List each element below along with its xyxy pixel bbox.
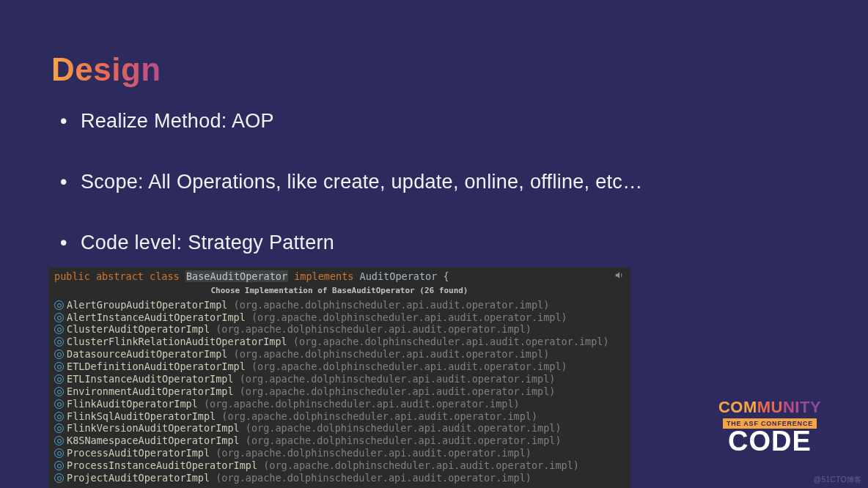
implementation-item[interactable]: FlinkAuditOperatorImpl (org.apache.dolph… <box>54 398 625 410</box>
implementation-class-name: EnvironmentAuditOperatorImpl <box>67 385 234 397</box>
implementation-class-name: ETLInstanceAuditOperatorImpl <box>67 373 234 385</box>
implementation-item[interactable]: AlertGroupAuditOperatorImpl (org.apache.… <box>54 299 625 311</box>
class-icon <box>54 387 64 396</box>
implementation-class-name: AlertGroupAuditOperatorImpl <box>67 299 227 311</box>
implementation-class-name: ProcessInstanceAuditOperatorImpl <box>67 459 257 471</box>
implementation-item[interactable]: FlinkVersionAuditOperatorImpl (org.apach… <box>54 422 625 435</box>
keyword-implements: implements <box>294 270 353 282</box>
slide-root: Design Realize Method: AOP Scope: All Op… <box>0 0 868 488</box>
implementation-package: (org.apache.dolphinscheduler.api.audit.o… <box>246 311 567 323</box>
class-icon <box>54 424 64 433</box>
implementation-item[interactable]: ClusterAuditOperatorImpl (org.apache.dol… <box>54 323 625 336</box>
interface-name: AuditOperator <box>360 270 438 282</box>
implementation-package: (org.apache.dolphinscheduler.api.audit.o… <box>234 385 556 397</box>
implementation-class-name: FlinkVersionAuditOperatorImpl <box>67 422 240 434</box>
class-icon <box>54 313 64 322</box>
implementations-list: AlertGroupAuditOperatorImpl (org.apache.… <box>54 299 625 484</box>
implementation-package: (org.apache.dolphinscheduler.api.audit.o… <box>246 361 567 372</box>
implementation-class-name: ProjectAuditOperatorImpl <box>67 472 210 484</box>
keyword-class: class <box>150 270 180 282</box>
bullet-item: Realize Method: AOP <box>60 110 817 133</box>
implementation-item[interactable]: ProcessInstanceAuditOperatorImpl (org.ap… <box>54 459 625 472</box>
bullet-list: Realize Method: AOP Scope: All Operation… <box>60 110 817 254</box>
implementation-item[interactable]: EnvironmentAuditOperatorImpl (org.apache… <box>54 385 625 398</box>
class-icon <box>54 337 64 347</box>
conference-logo: COMMUNITY THE ASF CONFERENCE CODE <box>711 399 828 454</box>
implementation-item[interactable]: ProjectAuditOperatorImpl (org.apache.dol… <box>54 472 625 484</box>
implementation-item[interactable]: DatasourceAuditOperatorImpl (org.apache.… <box>54 348 625 361</box>
implementation-package: (org.apache.dolphinscheduler.api.audit.o… <box>210 472 532 484</box>
code-screenshot: public abstract class BaseAuditOperator … <box>48 267 630 488</box>
implementation-item[interactable]: ProcessAuditOperatorImpl (org.apache.dol… <box>54 447 625 459</box>
implementation-package: (org.apache.dolphinscheduler.api.audit.o… <box>227 299 549 311</box>
implementation-item[interactable]: FlinkSqlAuditOperatorImpl (org.apache.do… <box>54 410 625 423</box>
class-icon <box>54 300 64 310</box>
implementation-class-name: ETLDefinitionAuditOperatorImpl <box>67 361 246 372</box>
implementation-package: (org.apache.dolphinscheduler.api.audit.o… <box>210 323 532 335</box>
keyword-public: public <box>54 270 90 282</box>
implementation-package: (org.apache.dolphinscheduler.api.audit.o… <box>240 422 562 434</box>
watermark: @51CTO博客 <box>814 475 862 485</box>
implementation-item[interactable]: K8SNamespaceAuditOperatorImpl (org.apach… <box>54 435 625 447</box>
logo-code-text: CODE <box>711 428 828 454</box>
implementation-class-name: ClusterAuditOperatorImpl <box>67 323 210 335</box>
bullet-item: Scope: All Operations, like create, upda… <box>60 171 817 193</box>
class-name: BaseAuditOperator <box>185 270 288 282</box>
implementation-package: (org.apache.dolphinscheduler.api.audit.o… <box>240 435 562 446</box>
bullet-item: Code level: Strategy Pattern <box>60 232 817 254</box>
implementation-package: (org.apache.dolphinscheduler.api.audit.o… <box>257 459 579 471</box>
class-icon <box>54 461 64 470</box>
implementation-package: (org.apache.dolphinscheduler.api.audit.o… <box>210 447 532 459</box>
implementations-popup-title: Choose Implementation of BaseAuditOperat… <box>54 286 625 296</box>
slide-title: Design <box>51 51 161 88</box>
implementation-package: (org.apache.dolphinscheduler.api.audit.o… <box>287 336 609 347</box>
class-icon <box>54 374 64 384</box>
implementation-item[interactable]: ClusterFlinkRelationAuditOperatorImpl (o… <box>54 336 625 348</box>
class-icon <box>54 325 64 334</box>
logo-community-text: COMMUNITY <box>711 399 828 415</box>
implementation-class-name: ClusterFlinkRelationAuditOperatorImpl <box>67 336 287 347</box>
class-declaration: public abstract class BaseAuditOperator … <box>54 270 625 283</box>
open-brace: { <box>443 270 449 282</box>
implementation-package: (org.apache.dolphinscheduler.api.audit.o… <box>198 398 520 410</box>
implementation-package: (org.apache.dolphinscheduler.api.audit.o… <box>216 410 537 422</box>
implementation-package: (org.apache.dolphinscheduler.api.audit.o… <box>234 373 556 385</box>
speaker-icon <box>613 270 625 280</box>
implementation-class-name: FlinkAuditOperatorImpl <box>67 398 198 410</box>
keyword-abstract: abstract <box>96 270 144 282</box>
implementation-item[interactable]: ETLDefinitionAuditOperatorImpl (org.apac… <box>54 361 625 373</box>
class-icon <box>54 436 64 446</box>
implementation-class-name: K8SNamespaceAuditOperatorImpl <box>67 435 240 446</box>
implementation-package: (org.apache.dolphinscheduler.api.audit.o… <box>227 348 549 360</box>
class-icon <box>54 448 64 458</box>
class-icon <box>54 399 64 409</box>
implementation-item[interactable]: AlertInstanceAuditOperatorImpl (org.apac… <box>54 311 625 324</box>
implementation-class-name: FlinkSqlAuditOperatorImpl <box>67 410 216 422</box>
class-icon <box>54 362 64 371</box>
class-icon <box>54 412 64 421</box>
implementation-class-name: ProcessAuditOperatorImpl <box>67 447 210 459</box>
implementation-class-name: AlertInstanceAuditOperatorImpl <box>67 311 246 323</box>
class-icon <box>54 473 64 483</box>
implementation-item[interactable]: ETLInstanceAuditOperatorImpl (org.apache… <box>54 373 625 385</box>
implementation-class-name: DatasourceAuditOperatorImpl <box>67 348 227 360</box>
class-icon <box>54 350 64 359</box>
